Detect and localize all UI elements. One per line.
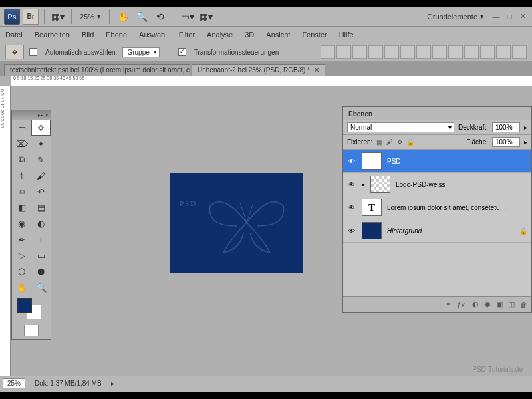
move-tool[interactable]: ✥ — [31, 120, 51, 136]
document-tab-2[interactable]: Unbenannt-2 bei 25% (PSD, RGB/8) * ✕ — [192, 64, 325, 76]
extras-icon[interactable]: ▦▾ — [198, 9, 214, 25]
dodge-tool[interactable]: ◐ — [31, 215, 51, 231]
layer-name-hintergrund[interactable]: Hintergrund — [387, 227, 422, 235]
link-layers-icon[interactable]: ⚭ — [446, 300, 452, 309]
screen-mode-icon[interactable]: ▭▾ — [180, 9, 196, 25]
crop-tool[interactable]: ⧉ — [12, 152, 31, 168]
zoom-dropdown-icon[interactable]: ▾ — [97, 12, 101, 21]
layer-visibility-icon[interactable]: 👁 — [347, 180, 356, 189]
foreground-color-swatch[interactable] — [17, 298, 32, 313]
3d-tool[interactable]: ⬡ — [12, 263, 31, 279]
bridge-button[interactable]: Br — [23, 9, 39, 25]
toolbox-collapse-icon[interactable]: ▸▸ — [38, 112, 43, 118]
fx-icon[interactable]: ƒx. — [457, 301, 467, 309]
type-tool[interactable]: T — [31, 231, 51, 247]
new-layer-icon[interactable]: ◫ — [508, 300, 515, 309]
pen-tool[interactable]: ✒ — [12, 231, 31, 247]
document-canvas[interactable]: PSD — [170, 173, 303, 273]
gradient-tool[interactable]: ▤ — [31, 200, 51, 215]
fill-field[interactable]: 100% — [492, 137, 520, 147]
shape-tool[interactable]: ▭ — [31, 247, 51, 263]
layer-name-logo[interactable]: Logo-PSD-weiss — [396, 181, 445, 188]
align-icon-3[interactable] — [352, 45, 367, 59]
document-tab-1[interactable]: textschnitteffekt.psd bei 100% (Lorem ip… — [4, 64, 190, 76]
align-icon-2[interactable] — [336, 45, 351, 59]
zoom-tool[interactable]: 🔍 — [31, 279, 51, 295]
layer-visibility-icon[interactable]: 👁 — [347, 156, 356, 166]
lock-pixels-icon[interactable]: 🖌 — [386, 138, 393, 146]
menu-auswahl[interactable]: Auswahl — [139, 31, 167, 39]
layers-panel[interactable]: Ebenen Normal Deckkraft: 100% ▸ Fixieren… — [342, 106, 532, 313]
distribute-icon-6[interactable] — [496, 45, 511, 59]
opacity-field[interactable]: 100% — [492, 122, 520, 132]
layer-hintergrund[interactable]: 👁 Hintergrund 🔒 — [343, 219, 531, 243]
toolbox[interactable]: ▸▸✕ ▭ ✥ ⌦ ✦ ⧉ ✎ ⚕ 🖌 ⧈ ↶ ◧ ▤ ◉ ◐ ✒ T ▷ ▭ … — [11, 110, 51, 340]
menu-fenster[interactable]: Fenster — [302, 31, 327, 39]
menu-filter[interactable]: Filter — [179, 31, 195, 39]
menu-ebene[interactable]: Ebene — [106, 31, 127, 39]
auto-select-dropdown[interactable]: Gruppe — [122, 47, 159, 57]
zoom-tool-icon[interactable]: 🔍 — [134, 9, 150, 25]
path-selection-tool[interactable]: ▷ — [12, 247, 31, 263]
group-icon[interactable]: ▣ — [496, 300, 503, 309]
auto-select-checkbox[interactable] — [29, 48, 37, 56]
distribute-icon-1[interactable] — [416, 45, 431, 59]
ruler-horizontal[interactable]: 0 5 10 15 20 25 30 35 40 45 50 55 — [11, 76, 532, 86]
auto-align-icon[interactable] — [512, 45, 527, 59]
hand-tool-icon[interactable]: ✋ — [115, 9, 131, 25]
distribute-icon-5[interactable] — [480, 45, 495, 59]
arrange-docs-icon[interactable]: ▦▾ — [50, 9, 66, 25]
eraser-tool[interactable]: ◧ — [12, 200, 31, 215]
magic-wand-tool[interactable]: ✦ — [31, 136, 51, 152]
mask-icon[interactable]: ◐ — [472, 300, 479, 309]
layer-name-lorem[interactable]: Lorem ipsum dolor sit amet, consetetur s… — [387, 204, 507, 211]
minimize-icon[interactable]: — — [491, 11, 501, 22]
layer-psd[interactable]: 👁 T PSD — [343, 150, 531, 173]
hand-tool[interactable]: ✋ — [12, 279, 31, 295]
menu-bild[interactable]: Bild — [82, 31, 94, 39]
align-icon-5[interactable] — [384, 45, 399, 59]
menu-ansicht[interactable]: Ansicht — [266, 31, 290, 39]
layer-visibility-icon[interactable]: 👁 — [347, 226, 356, 235]
blend-mode-select[interactable]: Normal — [347, 122, 454, 132]
brush-tool[interactable]: 🖌 — [31, 168, 51, 184]
layer-visibility-icon[interactable]: 👁 — [347, 203, 356, 212]
app-logo-ps[interactable]: Ps — [4, 9, 20, 25]
layer-lorem[interactable]: 👁 T Lorem ipsum dolor sit amet, consetet… — [343, 196, 531, 219]
marquee-tool[interactable]: ▭ — [12, 120, 31, 136]
fill-flyout-icon[interactable]: ▸ — [524, 138, 527, 146]
blur-tool[interactable]: ◉ — [12, 215, 31, 231]
menu-analyse[interactable]: Analyse — [207, 31, 233, 39]
menu-3d[interactable]: 3D — [245, 31, 254, 39]
clone-stamp-tool[interactable]: ⧈ — [12, 184, 31, 200]
delete-layer-icon[interactable]: 🗑 — [520, 301, 527, 309]
menu-bearbeiten[interactable]: Bearbeiten — [35, 31, 70, 39]
zoom-display[interactable]: 25% — [80, 13, 94, 21]
menu-datei[interactable]: Datei — [5, 31, 23, 39]
tab-2-close-icon[interactable]: ✕ — [314, 66, 319, 74]
lock-position-icon[interactable]: ✥ — [397, 138, 402, 146]
layer-logo[interactable]: 👁 ▸ Logo-PSD-weiss — [343, 173, 531, 196]
quick-mask-button[interactable] — [24, 325, 39, 336]
lock-transparency-icon[interactable]: ▦ — [376, 138, 382, 146]
current-tool-move[interactable]: ✥ — [5, 45, 24, 59]
align-icon-4[interactable] — [368, 45, 383, 59]
close-icon[interactable]: ✕ — [517, 11, 528, 22]
ruler-vertical[interactable]: 0 5 10 15 20 25 30 — [0, 86, 11, 390]
rotate-view-icon[interactable]: ⟲ — [152, 9, 168, 25]
maximize-icon[interactable]: □ — [504, 11, 515, 22]
layer-name-psd[interactable]: PSD — [387, 158, 401, 165]
3d-camera-tool[interactable]: ⬢ — [31, 263, 51, 279]
transform-controls-checkbox[interactable] — [178, 48, 186, 56]
toolbox-close-icon[interactable]: ✕ — [45, 112, 49, 118]
align-icon-1[interactable] — [321, 45, 335, 59]
workspace-dropdown-icon[interactable]: ▾ — [480, 12, 484, 21]
workspace-switcher[interactable]: Grundelemente — [427, 13, 477, 21]
status-arrow-icon[interactable]: ▸ — [111, 380, 114, 387]
lock-all-icon[interactable]: 🔒 — [406, 138, 414, 146]
status-zoom[interactable]: 25% — [3, 378, 25, 388]
lasso-tool[interactable]: ⌦ — [12, 136, 31, 152]
opacity-flyout-icon[interactable]: ▸ — [524, 124, 527, 131]
distribute-icon-2[interactable] — [432, 45, 447, 59]
distribute-icon-4[interactable] — [464, 45, 479, 59]
